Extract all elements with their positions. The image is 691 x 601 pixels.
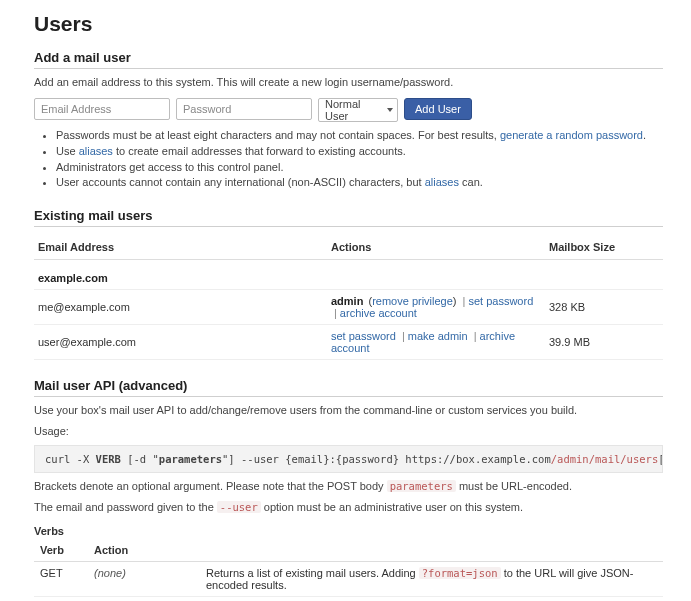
add-user-notes: Passwords must be at least eight charact… (42, 128, 663, 190)
col-size: Mailbox Size (545, 235, 663, 260)
usage-code: curl -X VERB [-d "parameters"] --user {e… (34, 445, 663, 473)
heading-api: Mail user API (advanced) (34, 378, 663, 397)
domain-header: example.com (34, 260, 663, 290)
verbs-table: Verb Action GET (none) Returns a list of… (34, 539, 663, 601)
col-desc (200, 539, 663, 562)
aliases-link-2[interactable]: aliases (425, 176, 459, 188)
chevron-down-icon (387, 108, 393, 112)
privilege-select[interactable]: Normal User (318, 98, 398, 122)
note-aliases: Use aliases to create email addresses th… (56, 144, 663, 159)
set-password-link[interactable]: set password (468, 295, 533, 307)
api-desc: Use your box's mail user API to add/chan… (34, 403, 663, 418)
password-field[interactable] (176, 98, 312, 120)
api-note-2: The email and password given to the --us… (34, 500, 663, 515)
remove-privilege-link[interactable]: remove privilege (372, 295, 453, 307)
heading-existing: Existing mail users (34, 208, 663, 227)
note-pw: Passwords must be at least eight charact… (56, 128, 663, 143)
cell-email: user@example.com (34, 325, 327, 360)
cell-actions: set password |make admin |archive accoun… (327, 325, 545, 360)
page-title: Users (34, 12, 663, 36)
cell-actions: admin (remove privilege) |set password |… (327, 290, 545, 325)
col-verb: Verb (34, 539, 88, 562)
add-user-desc: Add an email address to this system. Thi… (34, 75, 663, 90)
note-admins: Administrators get access to this contro… (56, 160, 663, 175)
table-row: user@example.com set password |make admi… (34, 325, 663, 360)
api-note-1: Brackets denote an optional argument. Pl… (34, 479, 663, 494)
col-email: Email Address (34, 235, 327, 260)
email-field[interactable] (34, 98, 170, 120)
table-row: me@example.com admin (remove privilege) … (34, 290, 663, 325)
users-table: Email Address Actions Mailbox Size examp… (34, 235, 663, 360)
make-admin-link[interactable]: make admin (408, 330, 468, 342)
cell-size: 39.9 MB (545, 325, 663, 360)
verb-row: GET (none) Returns a list of existing ma… (34, 561, 663, 596)
col-action: Action (88, 539, 200, 562)
generate-password-link[interactable]: generate a random password (500, 129, 643, 141)
col-actions: Actions (327, 235, 545, 260)
cell-size: 328 KB (545, 290, 663, 325)
note-intl: User accounts cannot contain any interna… (56, 175, 663, 190)
archive-account-link[interactable]: archive account (340, 307, 417, 319)
admin-badge: admin (331, 295, 363, 307)
verb-row: POST /add Adds a new mail user. Required… (34, 596, 663, 601)
privilege-select-value: Normal User (325, 98, 381, 122)
aliases-link[interactable]: aliases (79, 145, 113, 157)
cell-email: me@example.com (34, 290, 327, 325)
add-user-form: Normal User Add User (34, 98, 663, 122)
add-user-button[interactable]: Add User (404, 98, 472, 120)
verbs-heading: Verbs (34, 525, 663, 537)
set-password-link[interactable]: set password (331, 330, 396, 342)
usage-label: Usage: (34, 424, 663, 439)
heading-add-user: Add a mail user (34, 50, 663, 69)
